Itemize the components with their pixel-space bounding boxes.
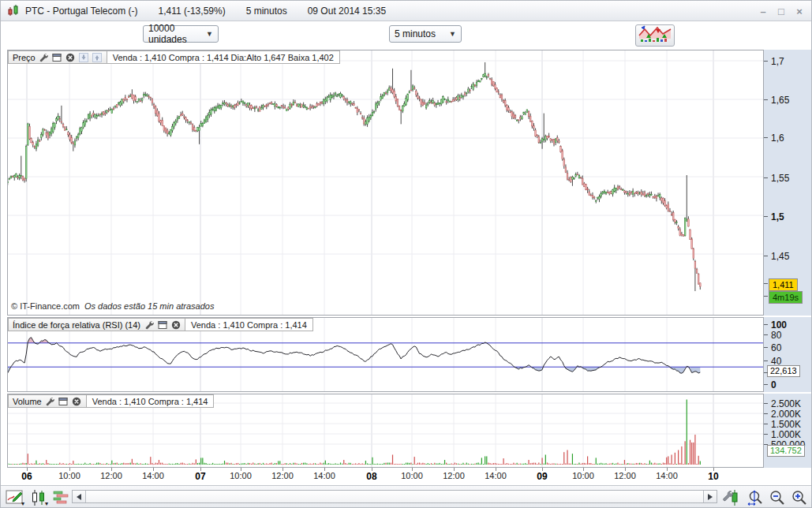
axis-tick (764, 177, 768, 178)
xaxis-time-label: 14:00 (656, 471, 678, 480)
axis-tick (764, 372, 768, 373)
wrench-icon[interactable] (45, 396, 55, 406)
close-panel-icon[interactable] (65, 52, 76, 62)
xaxis-time-label: 10:00 (572, 471, 594, 480)
rsi-axis-strip[interactable]: 100 80 60 40 22,613 0 (764, 317, 812, 392)
price-axis-label: 1,5 (771, 211, 784, 222)
minimize-button[interactable]: – (758, 6, 769, 17)
close-button[interactable]: × (794, 6, 805, 17)
xaxis-time-label: 12:00 (100, 471, 122, 480)
price-chart-plot[interactable] (7, 50, 764, 316)
xaxis-day-label: 06 (21, 471, 32, 482)
xaxis-time-label: 12:00 (614, 471, 636, 480)
move-panel-down-icon[interactable] (79, 52, 89, 62)
xaxis-day-label: 08 (366, 471, 376, 482)
xaxis-time-label: 14:00 (142, 471, 164, 480)
chevron-down-icon: ▼ (206, 30, 213, 38)
xaxis-time-label: 14:00 (313, 471, 335, 480)
rsi-axis-label: 0 (771, 379, 776, 390)
axis-tick (764, 137, 768, 138)
xaxis-day-label: 07 (195, 471, 205, 482)
interval-dropdown[interactable]: 5 minutos ▼ (389, 25, 462, 43)
axis-tick (764, 384, 768, 385)
wrench-icon[interactable] (144, 319, 154, 330)
scrollbar-thumb[interactable] (85, 491, 704, 502)
volume-quote-text: Venda : 1,410 Compra : 1,414 (87, 394, 215, 408)
chart-style-button[interactable]: ▾ (28, 487, 49, 507)
zoom-out-button[interactable] (766, 487, 788, 507)
xaxis-time-label: 10:00 (230, 471, 252, 480)
axis-tick (764, 360, 768, 361)
rsi-panel-title: Índice de força relativa (RSI) (14) (13, 320, 140, 330)
rsi-quote-text: Venda : 1,410 Compra : 1,414 (185, 318, 313, 331)
volume-axis-strip[interactable]: 2.500K 2.000K 1.500K 1.000K 500.000 134.… (764, 394, 812, 468)
price-quote-text: Venda : 1,410 Compra : 1,414 Dia:Alto 1,… (107, 50, 340, 64)
xaxis-time-label: 10:00 (401, 471, 423, 480)
axis-tick (764, 99, 768, 100)
title-timeframe: 5 minutos (246, 6, 287, 17)
scroll-right-button[interactable] (704, 491, 717, 502)
panel-window-icon[interactable] (157, 319, 167, 330)
price-axis-strip[interactable]: 1,7 1,65 1,6 1,55 1,5 1,45 1,411 4m19s (764, 50, 812, 316)
units-dropdown[interactable]: 10000 unidades ▼ (143, 25, 219, 43)
maximize-button[interactable]: □ (776, 6, 787, 17)
volume-axis-label: 2.000K (771, 409, 801, 420)
chart-settings-button[interactable] (720, 487, 742, 507)
xaxis-day-label: 09 (537, 471, 547, 482)
app-candlestick-icon (7, 5, 20, 17)
candle-countdown-badge: 4m19s (769, 291, 803, 304)
trading-app-window: PTC - Portugal Telecom (-) 1,411 (-13,59… (0, 0, 812, 508)
axis-tick (764, 324, 768, 325)
chart-horizontal-scrollbar[interactable] (72, 490, 717, 503)
xaxis-time-label: 10:00 (58, 471, 80, 480)
volume-axis-label: 1.500K (771, 419, 801, 430)
axis-tick (764, 434, 768, 435)
wrench-icon[interactable] (39, 52, 49, 62)
title-datetime: 09 Out 2014 15:35 (308, 6, 386, 17)
zoom-custom-button[interactable] (744, 487, 765, 507)
chevron-down-icon: ▼ (449, 30, 456, 38)
price-axis-label: 1,55 (771, 173, 789, 184)
copyright-note: © IT-Finance.comOs dados estão 15 min at… (11, 301, 214, 311)
scroll-left-button[interactable] (73, 491, 85, 502)
price-panel-title: Preço (13, 53, 36, 62)
title-last-price: 1,411 (-13,59%) (158, 6, 225, 17)
panel-window-icon[interactable] (58, 396, 69, 406)
chart-display-settings-button[interactable] (635, 24, 675, 47)
axis-tick (764, 216, 768, 217)
market-depth-button[interactable] (50, 487, 71, 507)
price-axis-label: 1,65 (771, 95, 789, 106)
rsi-current-value: 22,613 (767, 365, 800, 377)
axis-tick (764, 403, 768, 404)
move-panel-up-icon[interactable] (92, 52, 103, 62)
chevron-down-icon: ▾ (21, 501, 24, 507)
zoom-in-button[interactable] (788, 487, 810, 507)
interval-dropdown-value: 5 minutos (395, 28, 436, 39)
xaxis-time-label: 14:00 (485, 471, 507, 480)
rsi-axis-label: 60 (771, 342, 781, 353)
volume-current-value: 134.752 (767, 445, 805, 457)
axis-tick (764, 61, 768, 62)
delay-note: Os dados estão 15 min atrasados (84, 301, 214, 311)
volume-axis-label: 2.500K (771, 398, 801, 409)
volume-panel-title: Volume (13, 397, 42, 406)
chart-preview-icon (638, 25, 672, 46)
price-axis-label: 1,7 (771, 56, 784, 67)
units-dropdown-value: 10000 unidades (148, 23, 200, 45)
time-axis[interactable]: 0610:0012:0014:000710:0012:0014:000810:0… (7, 468, 764, 485)
volume-panel-header: Volume Venda : 1,410 Compra : 1,414 (8, 394, 214, 408)
price-axis-label: 1,45 (771, 251, 789, 262)
copyright-text: © IT-Finance.com (11, 301, 80, 311)
bottom-toolbar: ▾ ▾ (1, 485, 811, 508)
axis-tick (764, 283, 768, 284)
xaxis-time-label: 12:00 (271, 471, 294, 480)
axis-tick (764, 413, 768, 414)
axis-tick (764, 256, 768, 256)
price-axis-label: 1,6 (771, 133, 784, 144)
panel-window-icon[interactable] (52, 52, 62, 62)
draw-tools-button[interactable]: ▾ (4, 487, 25, 507)
xaxis-time-label: 12:00 (443, 471, 465, 480)
close-panel-icon[interactable] (170, 319, 181, 330)
close-panel-icon[interactable] (72, 396, 82, 406)
axis-tick (764, 347, 768, 348)
